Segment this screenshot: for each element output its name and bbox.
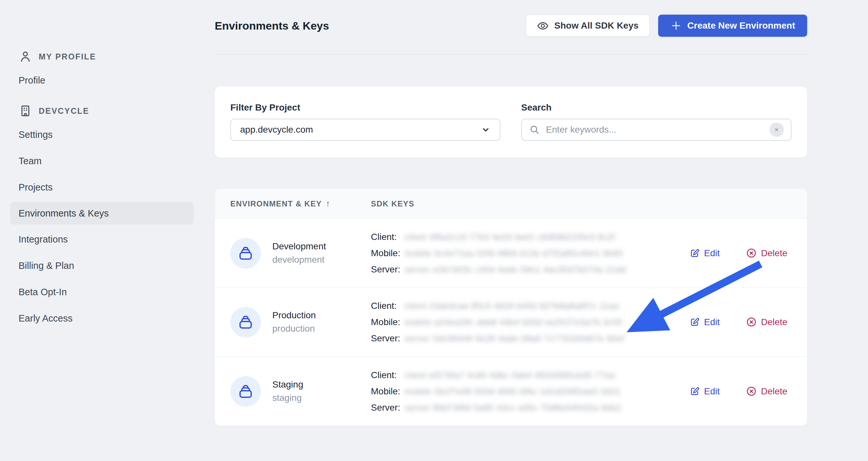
sidebar-item-team[interactable]: Team (10, 149, 193, 173)
eye-icon (537, 20, 549, 32)
delete-button[interactable]: Delete (746, 317, 787, 327)
table-row-production: Production production Client: client 23a… (215, 288, 807, 357)
client-key-value-blurred: client 23ab3cae 85c5 4929 b456 827b8a8a8… (405, 300, 619, 311)
environment-names: Development development (272, 241, 326, 265)
client-key-line: Client: client ef276fa7 4c80 4dbc 0ab4 4… (371, 370, 690, 381)
sidebar-item-label: Settings (19, 129, 53, 140)
edit-pencil-square-icon (690, 317, 700, 327)
sidebar-item-label: Profile (19, 75, 45, 86)
environment-icon-badge (230, 238, 261, 268)
column-header-label: ENVIRONMENT & KEY (230, 199, 322, 208)
create-new-environment-button[interactable]: Create New Environment (658, 14, 807, 37)
delete-button[interactable]: Delete (746, 248, 787, 259)
server-key-label: Server: (371, 333, 405, 344)
mobile-key-value-blurred: mobile 2bcf7e08 934d 4895 bf6c 1d1d258f2… (405, 386, 621, 397)
table-row-staging: Staging staging Client: client ef276fa7 … (215, 357, 807, 426)
building-icon (19, 104, 32, 118)
mobile-key-line: Mobile: mobile 9c4e71aa 02fd 48b6 b13e d… (371, 248, 690, 259)
sidebar-item-label: Environments & Keys (19, 208, 108, 219)
stacked-environment-icon (237, 314, 254, 331)
environment-name: Staging (272, 380, 303, 390)
stacked-environment-icon (237, 383, 254, 400)
sidebar: MY PROFILE Profile DEVCYCLE Settings Tea… (0, 0, 215, 330)
sdk-keys-cell: Client: client 4f8a2c19 77b3 4e2d 9a41 c… (371, 231, 690, 275)
delete-label: Delete (761, 317, 787, 327)
sidebar-item-early-access[interactable]: Early Access (10, 306, 193, 330)
sidebar-item-label: Beta Opt-In (19, 287, 67, 297)
table-row-development: Development development Client: client 4… (215, 219, 807, 288)
column-header-environment-key[interactable]: ENVIRONMENT & KEY ↑ (230, 199, 371, 209)
sidebar-item-label: Early Access (19, 313, 72, 324)
sidebar-item-environments-keys[interactable]: Environments & Keys (10, 202, 193, 225)
show-all-sdk-keys-label: Show All SDK Keys (554, 21, 639, 31)
close-icon (773, 126, 780, 133)
header-actions: Show All SDK Keys Create New Environment (526, 14, 807, 37)
server-key-line: Server: server 89d739fd 5a85 43cc a45c 7… (371, 402, 690, 413)
sdk-keys-cell: Client: client 23ab3cae 85c5 4929 b456 8… (371, 300, 690, 344)
sidebar-item-label: Billing & Plan (19, 260, 74, 271)
main-content: Environments & Keys Show All SDK Keys Cr… (215, 0, 807, 426)
client-key-line: Client: client 23ab3cae 85c5 4929 b456 8… (371, 300, 690, 311)
project-select-value: app.devcycle.com (240, 125, 313, 135)
mobile-key-value-blurred: mobile a24ea28c abb8 44b4 b93d ee2fcf7e3… (405, 317, 623, 328)
delete-circle-x-icon (746, 248, 757, 259)
environment-cell: Production production (230, 307, 371, 337)
mobile-key-label: Mobile: (371, 317, 405, 328)
environment-cell: Staging staging (230, 376, 371, 407)
sidebar-section-label: MY PROFILE (39, 52, 96, 61)
mobile-key-line: Mobile: mobile 2bcf7e08 934d 4895 bf6c 1… (371, 386, 690, 397)
page-title: Environments & Keys (215, 20, 329, 32)
user-icon (19, 50, 32, 63)
filter-card: Filter By Project app.devcycle.com Searc… (215, 87, 807, 158)
search-label: Search (521, 102, 792, 113)
environment-cell: Development development (230, 238, 371, 268)
search-input[interactable] (545, 124, 764, 135)
sort-ascending-icon: ↑ (326, 199, 330, 209)
stacked-environment-icon (237, 245, 254, 262)
delete-button[interactable]: Delete (746, 386, 787, 397)
plus-icon (670, 20, 682, 32)
mobile-key-label: Mobile: (371, 248, 405, 259)
sidebar-item-billing-plan[interactable]: Billing & Plan (10, 254, 193, 277)
show-all-sdk-keys-button[interactable]: Show All SDK Keys (526, 14, 650, 37)
delete-label: Delete (761, 386, 787, 397)
server-key-label: Server: (371, 402, 405, 413)
environment-names: Staging staging (272, 380, 303, 403)
sidebar-item-label: Team (19, 156, 42, 166)
sidebar-item-label: Integrations (19, 234, 68, 245)
project-filter-label: Filter By Project (230, 102, 500, 113)
search-icon (529, 124, 540, 135)
clear-search-button[interactable] (769, 123, 784, 137)
environment-name: Development (272, 241, 326, 252)
mobile-key-label: Mobile: (371, 386, 405, 397)
edit-button[interactable]: Edit (690, 317, 720, 327)
client-key-label: Client: (371, 370, 405, 381)
edit-label: Edit (704, 248, 720, 259)
sidebar-item-settings[interactable]: Settings (10, 123, 193, 146)
server-key-line: Server: server 0dc08448 9e28 4ade 08a9 7… (371, 333, 690, 344)
sidebar-item-integrations[interactable]: Integrations (10, 228, 193, 251)
delete-circle-x-icon (746, 317, 757, 327)
edit-pencil-square-icon (690, 248, 700, 258)
sidebar-item-profile[interactable]: Profile (10, 69, 193, 92)
chevron-down-icon (481, 125, 491, 135)
sidebar-item-beta-opt-in[interactable]: Beta Opt-In (10, 280, 193, 304)
project-select[interactable]: app.devcycle.com (230, 119, 500, 141)
client-key-line: Client: client 4f8a2c19 77b3 4e2d 9a41 c… (371, 231, 690, 242)
mobile-key-value-blurred: mobile 9c4e71aa 02fd 48b6 b13e d7f2a85c4… (405, 248, 623, 259)
server-key-value-blurred: server 0dc08448 9e28 4ade 08a9 717761b0d… (405, 333, 624, 344)
client-key-label: Client: (371, 300, 405, 311)
sidebar-item-label: Projects (19, 182, 53, 193)
table-header-row: ENVIRONMENT & KEY ↑ SDK KEYS (215, 189, 807, 219)
edit-button[interactable]: Edit (690, 248, 720, 259)
environment-name: Production (272, 310, 316, 321)
edit-label: Edit (704, 386, 720, 397)
edit-pencil-square-icon (690, 386, 700, 396)
edit-button[interactable]: Edit (690, 386, 720, 397)
sidebar-item-projects[interactable]: Projects (10, 175, 193, 199)
client-key-label: Client: (371, 231, 405, 242)
server-key-line: Server: server e2b7d03c c45d 4ade 58e1 4… (371, 264, 690, 275)
client-key-value-blurred: client 4f8a2c19 77b3 4e2d 9a41 c6d58b21f… (405, 231, 615, 242)
environment-key-slug: staging (272, 393, 303, 403)
create-new-environment-label: Create New Environment (687, 21, 795, 31)
